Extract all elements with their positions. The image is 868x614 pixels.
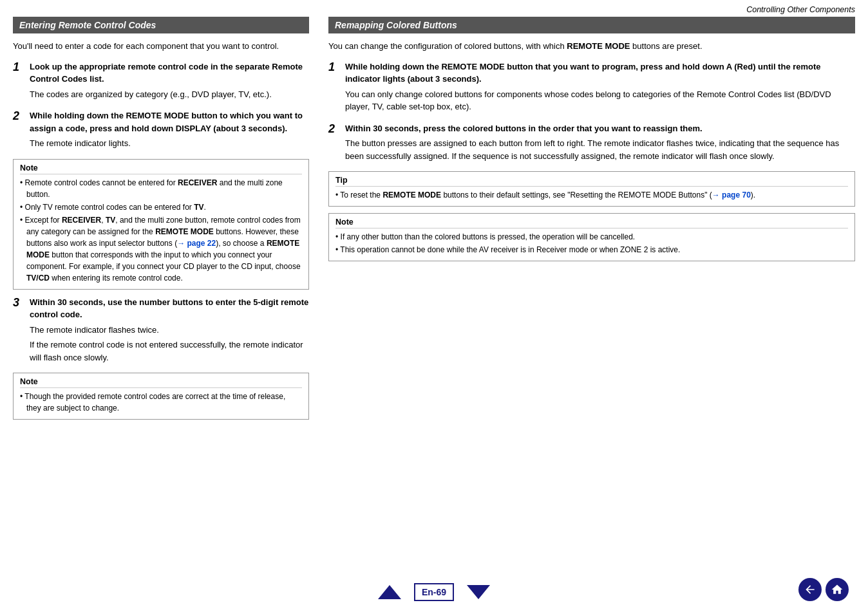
left-note-1-item-1: Remote control codes cannot be entered f… bbox=[20, 177, 302, 200]
page-header: Controlling Other Components bbox=[0, 0, 868, 17]
nav-next-button[interactable] bbox=[467, 585, 490, 599]
left-intro: You'll need to enter a code for each com… bbox=[13, 40, 309, 53]
page-container: Controlling Other Components Entering Re… bbox=[0, 0, 868, 614]
nav-prev-button[interactable] bbox=[378, 585, 401, 599]
right-step-2-title: Within 30 seconds, press the colored but… bbox=[345, 122, 855, 135]
up-arrow-icon[interactable] bbox=[378, 585, 401, 599]
right-step-1: 1 While holding down the REMOTE MODE but… bbox=[328, 60, 855, 116]
step-3-title: Within 30 seconds, use the number button… bbox=[30, 296, 309, 321]
down-arrow-icon[interactable] bbox=[467, 585, 490, 599]
right-step-1-title: While holding down the REMOTE MODE butto… bbox=[345, 60, 855, 86]
left-column: Entering Remote Control Codes You'll nee… bbox=[13, 17, 309, 426]
right-step-1-desc: You can only change colored buttons for … bbox=[345, 88, 855, 113]
right-step-number-2: 2 bbox=[328, 122, 340, 165]
step-1-content: Look up the appropriate remote control c… bbox=[30, 60, 309, 104]
left-note-1: Note Remote control codes cannot be ente… bbox=[13, 159, 309, 290]
step-3-content: Within 30 seconds, use the number button… bbox=[30, 296, 309, 367]
right-tip-item-1: To reset the REMOTE MODE buttons to thei… bbox=[335, 189, 848, 201]
left-note-1-title: Note bbox=[20, 163, 302, 174]
left-section-title: Entering Remote Control Codes bbox=[13, 17, 309, 33]
right-note-title: Note bbox=[335, 218, 848, 228]
right-intro: You can change the configuration of colo… bbox=[328, 40, 855, 53]
step-3-desc1: The remote indicator flashes twice. bbox=[30, 324, 309, 337]
step-3-desc2: If the remote control code is not entere… bbox=[30, 339, 309, 364]
left-note-2-title: Note bbox=[20, 377, 302, 388]
left-note-2: Note Though the provided remote control … bbox=[13, 373, 309, 420]
left-step-1: 1 Look up the appropriate remote control… bbox=[13, 60, 309, 104]
step-1-title: Look up the appropriate remote control c… bbox=[30, 60, 309, 86]
step-2-title: While holding down the REMOTE MODE butto… bbox=[30, 109, 309, 135]
home-button[interactable] bbox=[826, 578, 849, 601]
right-step-1-content: While holding down the REMOTE MODE butto… bbox=[345, 60, 855, 116]
right-note-item-1: If any other button than the colored but… bbox=[335, 231, 848, 243]
right-step-2: 2 Within 30 seconds, press the colored b… bbox=[328, 122, 855, 165]
main-content: Entering Remote Control Codes You'll nee… bbox=[0, 17, 868, 426]
right-tip: Tip To reset the REMOTE MODE buttons to … bbox=[328, 171, 855, 207]
right-column: Remapping Colored Buttons You can change… bbox=[322, 17, 855, 426]
right-note: Note If any other button than the colore… bbox=[328, 213, 855, 261]
home-icon bbox=[831, 583, 844, 596]
header-title: Controlling Other Components bbox=[746, 5, 855, 14]
step-number-3: 3 bbox=[13, 296, 24, 367]
right-note-item-2: This operation cannot be done while the … bbox=[335, 244, 848, 256]
step-1-desc: The codes are organized by category (e.g… bbox=[30, 88, 309, 101]
step-number-2: 2 bbox=[13, 109, 24, 153]
left-step-2: 2 While holding down the REMOTE MODE but… bbox=[13, 109, 309, 153]
step-2-content: While holding down the REMOTE MODE butto… bbox=[30, 109, 309, 153]
step-2-desc: The remote indicator lights. bbox=[30, 137, 309, 150]
left-note-1-item-3: Except for RECEIVER, TV, and the multi z… bbox=[20, 214, 302, 284]
right-tip-title: Tip bbox=[335, 176, 848, 187]
bottom-right-icons bbox=[798, 578, 849, 601]
back-button[interactable] bbox=[798, 578, 822, 601]
back-arrow-icon bbox=[804, 583, 816, 596]
right-section-title: Remapping Colored Buttons bbox=[328, 17, 855, 33]
right-step-2-content: Within 30 seconds, press the colored but… bbox=[345, 122, 855, 165]
page-number: En-69 bbox=[414, 583, 454, 601]
left-note-2-item-1: Though the provided remote control codes… bbox=[20, 391, 302, 414]
bottom-nav: En-69 bbox=[0, 583, 868, 601]
right-step-2-desc: The button presses are assigned to each … bbox=[345, 137, 855, 162]
left-note-1-item-2: Only TV remote control codes can be ente… bbox=[20, 201, 302, 213]
left-step-3: 3 Within 30 seconds, use the number butt… bbox=[13, 296, 309, 367]
right-step-number-1: 1 bbox=[328, 60, 340, 116]
step-number-1: 1 bbox=[13, 60, 24, 104]
